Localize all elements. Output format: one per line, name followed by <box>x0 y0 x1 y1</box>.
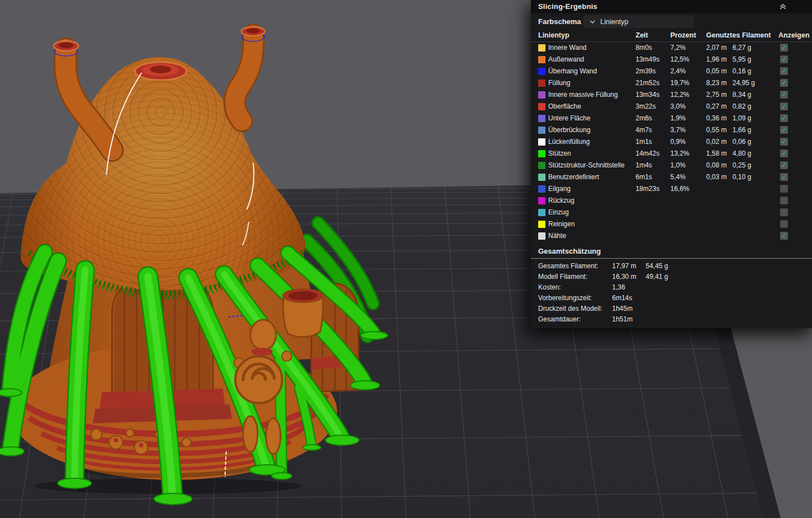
linetype-color-chip <box>538 80 545 87</box>
linetype-filament-m: 0,03 m <box>706 173 727 181</box>
linetype-label: Benutzerdefiniert <box>548 173 599 181</box>
linetype-percent: 3,7% <box>670 126 685 134</box>
linetype-visibility-checkbox[interactable] <box>780 232 788 240</box>
linetype-label: Außenwand <box>548 55 584 63</box>
linetype-percent: 13,2% <box>670 150 689 157</box>
linetype-filament-m: 2,75 m <box>706 91 727 99</box>
linetype-time: 2m39s <box>636 67 656 75</box>
linetype-time: 13m49s <box>636 55 660 63</box>
collapse-panel-button[interactable] <box>777 1 788 12</box>
linetype-filament-g: 1,09 g <box>732 114 751 122</box>
linetype-label: Lückenfüllung <box>548 138 590 146</box>
linetype-label: Füllung <box>548 79 570 87</box>
linetype-time: 1m4s <box>636 161 652 169</box>
linetype-filament-g: 0,25 g <box>732 161 751 169</box>
color-scheme-select[interactable]: Linientyp <box>584 15 694 28</box>
linetype-percent: 3,0% <box>670 102 685 110</box>
totals-divider <box>531 258 812 259</box>
total-row-3: Vorbereitungszeit: 6m14s <box>531 293 812 304</box>
total-value-1: 1,36 <box>612 283 625 291</box>
mushroom-house-model <box>0 0 392 518</box>
linetype-visibility-checkbox[interactable] <box>780 161 788 169</box>
linetype-label: Reinigen <box>548 220 575 228</box>
linetype-time: 13m34s <box>636 91 660 99</box>
total-label: Modell Filament: <box>538 273 587 281</box>
linetype-filament-g: 5,95 g <box>732 55 751 63</box>
linetype-label: Rückzug <box>548 197 575 204</box>
total-row-5: Gesamtdauer: 1h51m <box>531 314 812 325</box>
totals-rows: Gesamtes Filament: 17,97 m 54,45 g Model… <box>531 261 812 325</box>
linetype-row-15: Reinigen <box>531 218 812 230</box>
color-scheme-value: Linientyp <box>600 18 628 26</box>
linetype-row-5: Oberfläche 3m22s 3,0% 0,27 m 0,82 g <box>531 101 812 113</box>
linetype-filament-m: 1,96 m <box>706 55 727 63</box>
linetype-filament-m: 2,07 m <box>706 44 727 52</box>
linetype-label: Innere massive Füllung <box>548 91 618 99</box>
linetype-percent: 19,7% <box>670 79 689 87</box>
linetype-row-9: Stützen 14m42s 13,2% 1,58 m 4,80 g <box>531 148 812 160</box>
linetype-label: Untere Fläche <box>548 114 590 122</box>
linetype-color-chip <box>538 209 545 216</box>
linetype-visibility-checkbox[interactable] <box>780 138 788 146</box>
viewport-3d[interactable]: Slicing-Ergebnis Farbschema Linientyp <box>0 0 812 518</box>
linetype-color-chip <box>538 232 545 240</box>
col-header-anzeigen: Anzeigen <box>778 31 810 39</box>
linetype-color-chip <box>538 174 545 181</box>
linetype-color-chip <box>538 150 545 157</box>
linetype-color-chip <box>538 91 545 99</box>
linetype-visibility-checkbox[interactable] <box>780 197 788 204</box>
linetype-row-14: Einzug <box>531 207 812 218</box>
col-header-linientyp: Linientyp <box>538 31 570 39</box>
linetype-time: 8m0s <box>636 44 652 52</box>
linetype-filament-m: 0,05 m <box>706 67 727 75</box>
linetype-row-6: Untere Fläche 2m6s 1,9% 0,36 m 1,09 g <box>531 113 812 124</box>
linetype-filament-m: 0,36 m <box>706 114 727 122</box>
linetype-visibility-checkbox[interactable] <box>780 150 788 157</box>
linetype-row-10: Stützstruktur-Schnittstelle 1m4s 1,0% 0,… <box>531 160 812 171</box>
linetype-visibility-checkbox[interactable] <box>780 114 788 122</box>
linetype-color-chip <box>538 103 545 110</box>
total-value-1: 1h51m <box>612 315 633 323</box>
total-row-1: Modell Filament: 16,30 m 49,41 g <box>531 272 812 282</box>
linetype-filament-m: 1,58 m <box>706 150 727 157</box>
linetype-filament-g: 0,16 g <box>732 67 751 75</box>
linetype-visibility-checkbox[interactable] <box>780 126 788 134</box>
linetype-row-3: Füllung 21m52s 19,7% 8,23 m 24,95 g <box>531 77 812 89</box>
linetype-percent: 12,5% <box>670 55 689 63</box>
linetype-row-2: Überhang Wand 2m39s 2,4% 0,05 m 0,16 g <box>531 66 812 77</box>
linetype-row-7: Überbrückung 4m7s 3,7% 0,55 m 1,66 g <box>531 124 812 136</box>
linetype-color-chip <box>538 197 545 204</box>
linetype-filament-m: 0,55 m <box>706 126 727 134</box>
linetype-visibility-checkbox[interactable] <box>780 79 788 87</box>
linetype-visibility-checkbox[interactable] <box>780 208 788 216</box>
totals-title: Gesamtschätzung <box>538 247 812 255</box>
linetype-filament-g: 0,10 g <box>732 173 751 181</box>
total-label: Gesamtdauer: <box>538 315 581 323</box>
linetype-visibility-checkbox[interactable] <box>780 67 788 75</box>
linetype-label: Innere Wand <box>548 44 586 52</box>
linetype-row-12: Eilgang 18m23s 16,6% <box>531 183 812 195</box>
linetype-visibility-checkbox[interactable] <box>780 185 788 193</box>
linetype-percent: 1,0% <box>670 161 685 169</box>
linetype-visibility-checkbox[interactable] <box>780 44 788 52</box>
linetype-filament-m: 0,08 m <box>706 161 727 169</box>
linetype-visibility-checkbox[interactable] <box>780 220 788 228</box>
linetype-label: Stützstruktur-Schnittstelle <box>548 161 624 169</box>
total-label: Kosten: <box>538 283 561 291</box>
linetype-filament-g: 4,80 g <box>732 150 751 157</box>
linetype-percent: 1,9% <box>670 114 685 122</box>
linetype-color-chip <box>538 138 545 146</box>
linetype-label: Einzug <box>548 208 569 216</box>
linetype-visibility-checkbox[interactable] <box>780 91 788 99</box>
linetype-filament-m: 8,23 m <box>706 79 727 87</box>
linetype-percent: 7,2% <box>670 44 685 52</box>
linetype-row-11: Benutzerdefiniert 6m1s 5,4% 0,03 m 0,10 … <box>531 171 812 183</box>
linetype-visibility-checkbox[interactable] <box>780 173 788 181</box>
chimney-right <box>235 27 265 121</box>
linetype-visibility-checkbox[interactable] <box>780 55 788 63</box>
linetype-visibility-checkbox[interactable] <box>780 102 788 110</box>
chevrons-up-icon <box>779 3 787 11</box>
total-row-4: Druckzeit des Modell: 1h45m <box>531 304 812 314</box>
col-header-filament: Genutztes Filament <box>706 31 771 39</box>
linetype-time: 14m42s <box>636 150 660 157</box>
